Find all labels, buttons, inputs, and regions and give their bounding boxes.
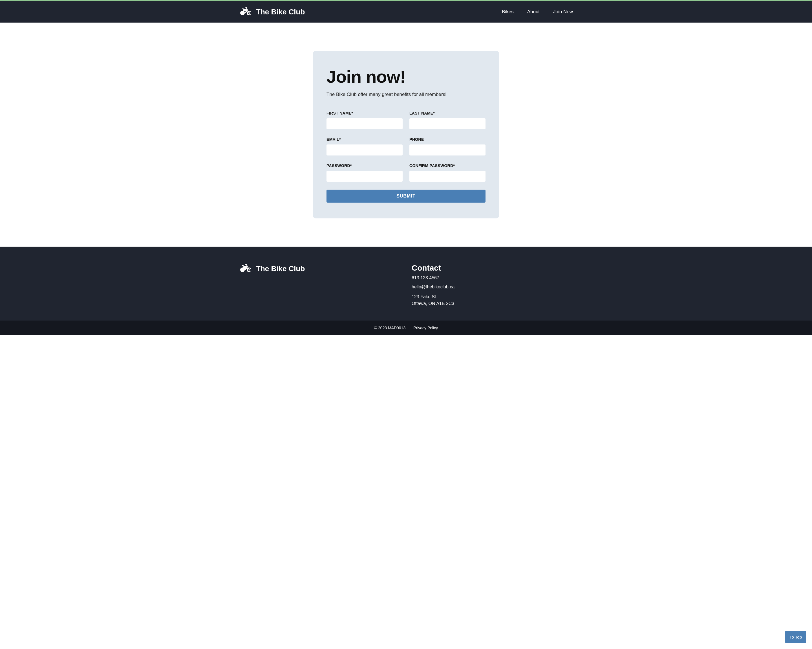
first-name-input[interactable] [327, 118, 403, 129]
privacy-policy-link[interactable]: Privacy Policy [413, 326, 438, 330]
footer-logo-section: The Bike Club [239, 263, 400, 307]
site-footer: The Bike Club Contact 613.123.4567 hello… [0, 246, 812, 335]
phone-field-group: PHONE [409, 137, 485, 156]
form-subtitle: The Bike Club offer many great benefits … [327, 92, 485, 97]
bike-icon [239, 263, 253, 274]
last-name-field-group: LAST NAME* [409, 111, 485, 129]
confirm-password-field-group: CONFIRM PASSWORD* [409, 163, 485, 182]
phone-label: PHONE [409, 137, 485, 142]
copyright-text: © 2023 MAD9013 [374, 326, 406, 330]
contact-heading: Contact [412, 263, 573, 272]
contact-section: Contact 613.123.4567 hello@thebikeclub.c… [412, 263, 573, 307]
submit-button[interactable]: SUBMIT [327, 190, 485, 203]
site-header: The Bike Club Bikes About Join Now [0, 1, 812, 23]
nav-item-about[interactable]: About [527, 9, 540, 15]
address-line-2: Ottawa, ON A1B 2C3 [412, 300, 573, 307]
password-label: PASSWORD* [327, 163, 403, 168]
header-logo[interactable]: The Bike Club [239, 7, 305, 17]
contact-address: 123 Fake St Ottawa, ON A1B 2C3 [412, 294, 573, 307]
footer-logo[interactable]: The Bike Club [239, 263, 400, 274]
contact-phone[interactable]: 613.123.4567 [412, 276, 573, 280]
last-name-label: LAST NAME* [409, 111, 485, 115]
join-form-card: Join now! The Bike Club offer many great… [313, 51, 499, 218]
phone-input[interactable] [409, 144, 485, 156]
nav-item-join-now[interactable]: Join Now [553, 9, 573, 15]
footer-logo-text: The Bike Club [256, 265, 305, 273]
password-input[interactable] [327, 171, 403, 182]
confirm-password-label: CONFIRM PASSWORD* [409, 163, 485, 168]
last-name-input[interactable] [409, 118, 485, 129]
bike-icon [239, 7, 253, 17]
email-label: EMAIL* [327, 137, 403, 142]
contact-email[interactable]: hello@thebikeclub.ca [412, 285, 573, 289]
form-title: Join now! [327, 67, 485, 87]
header-logo-text: The Bike Club [256, 8, 305, 16]
form-fields-grid: FIRST NAME* LAST NAME* EMAIL* PHONE PASS… [327, 111, 485, 182]
first-name-field-group: FIRST NAME* [327, 111, 403, 129]
email-field-group: EMAIL* [327, 137, 403, 156]
password-field-group: PASSWORD* [327, 163, 403, 182]
footer-bottom-bar: © 2023 MAD9013 Privacy Policy [0, 321, 812, 335]
email-input[interactable] [327, 144, 403, 156]
address-line-1: 123 Fake St [412, 294, 573, 300]
main-nav: Bikes About Join Now [502, 9, 573, 15]
main-content: Join now! The Bike Club offer many great… [0, 23, 812, 246]
confirm-password-input[interactable] [409, 171, 485, 182]
nav-item-bikes[interactable]: Bikes [502, 9, 514, 15]
first-name-label: FIRST NAME* [327, 111, 403, 115]
